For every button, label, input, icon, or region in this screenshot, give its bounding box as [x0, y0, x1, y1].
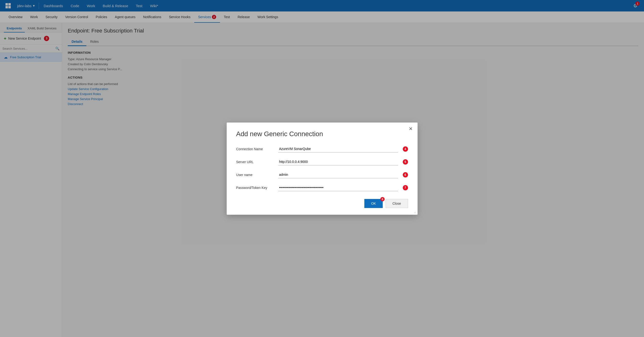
- form-group-password: Password/Token Key 7: [236, 184, 408, 191]
- modal-title: Add new Generic Connection: [236, 130, 408, 138]
- ok-button[interactable]: OK 8: [364, 199, 382, 208]
- modal-dialog: ✕ Add new Generic Connection Connection …: [227, 123, 418, 215]
- connection-name-badge: 4: [403, 146, 408, 152]
- resize-handle[interactable]: ⊿: [414, 211, 416, 214]
- modal-overlay: ✕ Add new Generic Connection Connection …: [0, 0, 644, 337]
- username-label: User name: [236, 173, 274, 177]
- username-badge: 6: [403, 172, 408, 177]
- form-group-server-url: Server URL 5: [236, 158, 408, 166]
- server-url-label: Server URL: [236, 160, 274, 164]
- form-group-connection-name: Connection Name 4: [236, 145, 408, 153]
- ok-button-badge: 8: [380, 197, 385, 201]
- password-label: Password/Token Key: [236, 186, 274, 190]
- server-url-input[interactable]: [278, 158, 398, 166]
- form-group-username: User name 6: [236, 171, 408, 178]
- close-button[interactable]: Close: [386, 199, 408, 208]
- username-input[interactable]: [278, 171, 398, 178]
- modal-close-button[interactable]: ✕: [409, 126, 413, 131]
- connection-name-input[interactable]: [278, 145, 398, 153]
- modal-buttons: OK 8 Close: [236, 199, 408, 208]
- password-input[interactable]: [278, 184, 398, 191]
- password-badge: 7: [403, 185, 408, 190]
- connection-name-label: Connection Name: [236, 147, 274, 151]
- server-url-badge: 5: [403, 159, 408, 165]
